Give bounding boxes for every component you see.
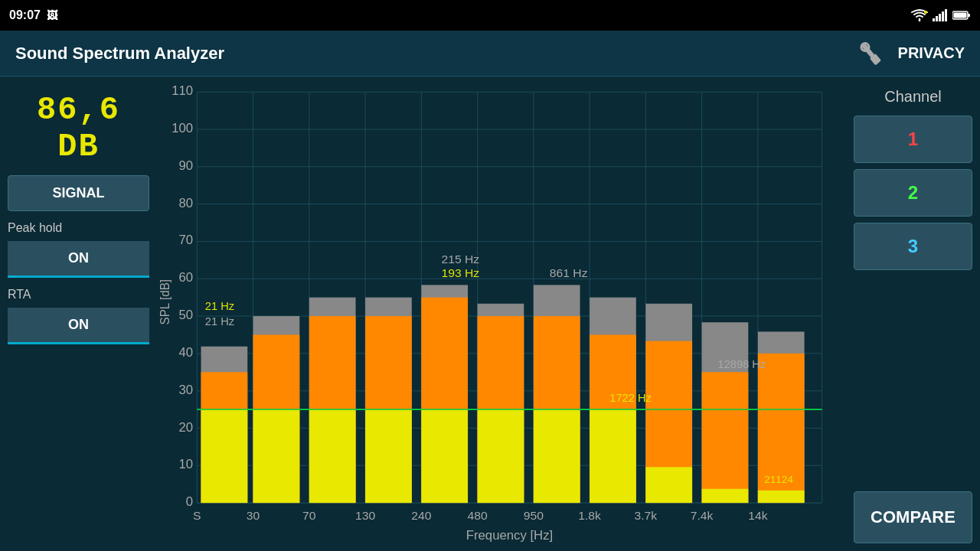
bar-yellow-11 bbox=[758, 491, 805, 503]
db-display: 86,6 DB bbox=[8, 88, 149, 169]
svg-text:950: 950 bbox=[524, 510, 544, 523]
svg-rect-1 bbox=[933, 18, 935, 21]
bar-yellow-4 bbox=[365, 409, 412, 503]
photo-icon: 🖼 bbox=[47, 9, 57, 21]
svg-text:193 Hz: 193 Hz bbox=[442, 266, 480, 279]
status-left: 09:07 🖼 bbox=[9, 8, 57, 22]
svg-text:30: 30 bbox=[178, 383, 193, 396]
peak-hold-label: Peak hold bbox=[8, 217, 149, 235]
svg-text:90: 90 bbox=[178, 158, 193, 172]
channel-label: Channel bbox=[884, 88, 942, 106]
channel-2-button[interactable]: 2 bbox=[854, 169, 972, 217]
svg-rect-2 bbox=[936, 16, 938, 21]
right-panel: Channel 1 2 3 COMPARE bbox=[854, 84, 972, 543]
svg-text:3.7k: 3.7k bbox=[635, 510, 658, 523]
svg-text:40: 40 bbox=[178, 345, 193, 359]
svg-rect-7 bbox=[968, 14, 970, 17]
svg-text:480: 480 bbox=[468, 510, 488, 523]
svg-text:21 Hz: 21 Hz bbox=[205, 315, 234, 328]
bar-yellow-7 bbox=[534, 409, 580, 503]
svg-text:21124: 21124 bbox=[764, 474, 793, 485]
svg-text:70: 70 bbox=[302, 510, 315, 523]
signal-icon bbox=[933, 9, 948, 21]
svg-text:12898 Hz: 12898 Hz bbox=[718, 358, 766, 370]
svg-text:7.4k: 7.4k bbox=[691, 510, 714, 523]
svg-text:30: 30 bbox=[247, 510, 260, 523]
wifi-icon bbox=[911, 9, 928, 21]
svg-text:S: S bbox=[193, 510, 201, 523]
svg-text:80: 80 bbox=[178, 196, 193, 210]
rta-toggle[interactable]: ON bbox=[8, 308, 149, 344]
svg-text:861 Hz: 861 Hz bbox=[550, 266, 588, 279]
chart-area: 110 100 90 80 70 60 50 40 30 20 10 0 SPL… bbox=[157, 84, 846, 543]
main-content: 86,6 DB SIGNAL Peak hold ON RTA ON bbox=[0, 77, 980, 551]
svg-text:Frequency [Hz]: Frequency [Hz] bbox=[466, 528, 553, 542]
svg-text:20: 20 bbox=[178, 420, 193, 434]
svg-text:110: 110 bbox=[172, 84, 193, 97]
bar-orange-10 bbox=[702, 372, 749, 503]
time-display: 09:07 bbox=[9, 8, 41, 22]
battery-icon bbox=[952, 10, 971, 21]
svg-text:0: 0 bbox=[186, 494, 193, 508]
spectrum-chart: 110 100 90 80 70 60 50 40 30 20 10 0 SPL… bbox=[157, 84, 846, 543]
compare-button[interactable]: COMPARE bbox=[854, 491, 972, 543]
svg-text:14k: 14k bbox=[748, 510, 768, 523]
svg-point-0 bbox=[924, 11, 927, 14]
bar-yellow-1 bbox=[201, 409, 248, 503]
bar-yellow-10 bbox=[702, 489, 749, 503]
bar-yellow-5 bbox=[421, 409, 468, 503]
status-right bbox=[911, 9, 971, 21]
channel-3-button[interactable]: 3 bbox=[854, 223, 972, 270]
peak-hold-toggle[interactable]: ON bbox=[8, 241, 149, 278]
svg-text:10: 10 bbox=[178, 458, 193, 471]
privacy-button[interactable]: PRIVACY bbox=[898, 44, 965, 62]
svg-text:60: 60 bbox=[178, 271, 193, 285]
status-bar: 09:07 🖼 bbox=[0, 0, 980, 31]
channel-1-button[interactable]: 1 bbox=[854, 116, 972, 163]
bar-yellow-9 bbox=[645, 467, 692, 503]
top-bar: Sound Spectrum Analyzer PRIVACY bbox=[0, 31, 980, 77]
app-title: Sound Spectrum Analyzer bbox=[15, 44, 854, 64]
rta-label: RTA bbox=[8, 284, 149, 302]
signal-button[interactable]: SIGNAL bbox=[8, 175, 149, 211]
svg-rect-8 bbox=[954, 13, 967, 18]
svg-text:1.8k: 1.8k bbox=[578, 510, 601, 523]
svg-text:1722 Hz: 1722 Hz bbox=[609, 392, 652, 404]
bar-yellow-6 bbox=[478, 409, 524, 503]
svg-text:240: 240 bbox=[411, 510, 431, 523]
svg-text:100: 100 bbox=[172, 121, 193, 135]
svg-rect-4 bbox=[942, 11, 944, 21]
svg-text:215 Hz: 215 Hz bbox=[442, 253, 480, 266]
svg-text:21 Hz: 21 Hz bbox=[205, 300, 234, 312]
left-panel: 86,6 DB SIGNAL Peak hold ON RTA ON bbox=[8, 84, 149, 543]
svg-text:SPL [dB]: SPL [dB] bbox=[158, 279, 171, 325]
bar-yellow-2 bbox=[253, 409, 300, 503]
svg-rect-5 bbox=[945, 9, 947, 21]
bar-yellow-8 bbox=[590, 409, 636, 503]
settings-icon[interactable] bbox=[854, 37, 887, 70]
svg-text:130: 130 bbox=[355, 510, 375, 523]
svg-text:70: 70 bbox=[178, 233, 193, 247]
svg-rect-3 bbox=[939, 14, 941, 21]
bar-yellow-3 bbox=[309, 409, 356, 503]
svg-text:50: 50 bbox=[178, 308, 193, 321]
